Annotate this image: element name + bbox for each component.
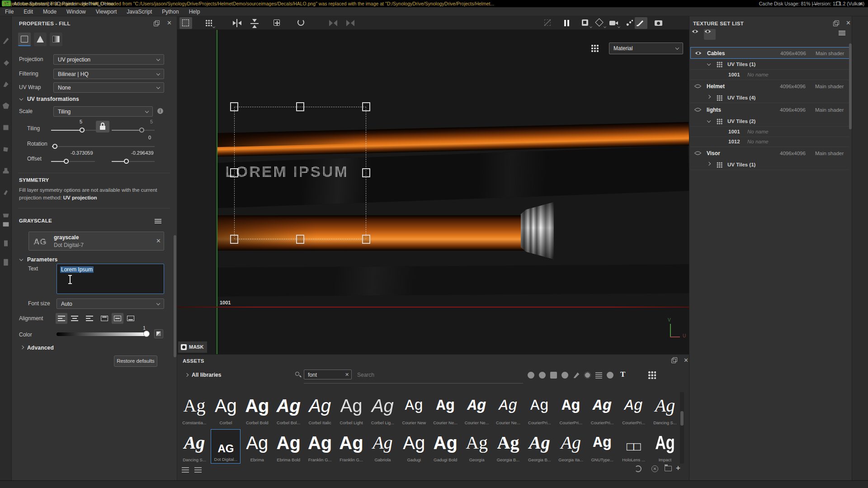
properties-tab-fill-gradient[interactable] — [50, 33, 62, 46]
uv-wrap-dropdown[interactable]: None — [53, 82, 164, 93]
align-left-button[interactable] — [56, 313, 67, 324]
solo-visibility-button[interactable] — [704, 29, 716, 40]
selection-handle[interactable] — [362, 235, 370, 244]
camera-projection-button[interactable] — [594, 17, 606, 29]
assets-new-folder-icon[interactable] — [665, 466, 672, 471]
symmetry-button[interactable] — [327, 17, 340, 29]
viewport[interactable]: LOREM IPSUM1001VUMASKMaterial — [177, 30, 689, 354]
font-tile[interactable]: AgCorbel Light — [336, 392, 366, 426]
font-tile[interactable]: AgCorbel Bold — [242, 392, 272, 426]
visibility-eye-icon[interactable] — [694, 107, 702, 112]
texture-set-row[interactable]: Cables4096x4096Main shader — [690, 47, 849, 59]
font-tile[interactable]: AgCourierPri... — [587, 392, 617, 426]
align-right-button[interactable] — [82, 313, 94, 324]
add-tile-button[interactable] — [271, 17, 284, 29]
search-tag-remove-icon[interactable]: ✕ — [345, 372, 349, 377]
valign-middle-button[interactable] — [112, 313, 123, 324]
uv-tiles-row[interactable]: UV Tiles (1) — [690, 60, 849, 69]
tiling-lock-button[interactable] — [96, 121, 109, 133]
font-tile[interactable]: AgCorbel Italic — [305, 392, 335, 426]
uv-tiles-chevron-icon[interactable] — [707, 162, 711, 166]
flip-vertical-button[interactable] — [249, 17, 261, 29]
font-tile[interactable]: AgCourier New — [399, 392, 429, 426]
selection-handle[interactable] — [230, 102, 238, 111]
font-tile[interactable]: AgGeorgia B... — [524, 429, 554, 464]
selection-handle[interactable] — [296, 102, 304, 111]
uv-tiles-row[interactable]: UV Tiles (2) — [690, 117, 849, 126]
paint-brush-button[interactable] — [635, 17, 647, 29]
rotation-slider[interactable] — [52, 146, 155, 147]
font-tile[interactable]: AgCourier Ne... — [462, 392, 492, 426]
properties-close-icon[interactable]: ✕ — [167, 20, 172, 26]
menu-file[interactable]: File — [0, 7, 19, 16]
scale-dropdown[interactable]: Tiling — [53, 106, 153, 117]
texture-panel-close-icon[interactable]: ✕ — [846, 20, 851, 26]
filter-font-icon[interactable]: T — [620, 370, 627, 378]
grayscale-menu-icon[interactable] — [155, 219, 161, 220]
pause-engine-button[interactable] — [561, 17, 573, 29]
screenshot-camera-button[interactable] — [653, 17, 665, 29]
selection-handle[interactable] — [362, 102, 370, 111]
properties-tab-fill-geometry[interactable] — [34, 33, 47, 46]
uv-tile-row[interactable]: 1001No name — [690, 71, 849, 80]
font-tile[interactable]: AgDancing S... — [650, 392, 680, 426]
uv-tiles-chevron-icon[interactable] — [707, 95, 711, 99]
marquee-select-button[interactable] — [179, 17, 192, 29]
font-tile[interactable]: AgFranklin G... — [305, 429, 335, 464]
font-tile[interactable]: AgGeorgia Ita... — [556, 429, 586, 464]
search-tag[interactable]: font✕ — [304, 370, 352, 379]
font-tile[interactable]: AgCorbel Bol... — [274, 392, 303, 426]
font-tile[interactable]: AgDancing S... — [179, 429, 209, 464]
font-tile[interactable]: AgCourierPri... — [556, 392, 586, 426]
menu-javascript[interactable]: JavaScript — [122, 7, 157, 16]
uv-tile-grid-button[interactable] — [203, 17, 216, 29]
font-tile[interactable]: AgGadugi — [399, 429, 429, 464]
uv-tiles-chevron-icon[interactable] — [707, 62, 711, 66]
restore-defaults-button[interactable]: Restore defaults — [114, 355, 157, 367]
font-tile[interactable]: □□HoloLens ... — [619, 429, 649, 464]
assets-scrollbar[interactable] — [680, 392, 684, 464]
texture-set-row[interactable]: Helmet4096x4096Main shader — [690, 81, 849, 92]
grayscale-swatch[interactable]: AGgrayscaleDot Digital-7✕ — [28, 232, 164, 251]
stencil-toggle-button[interactable] — [542, 17, 554, 29]
offset-x-slider-handle[interactable] — [64, 159, 69, 164]
projection-dropdown[interactable]: UV projection — [53, 54, 164, 65]
camera-view-button[interactable] — [608, 17, 620, 29]
font-size-dropdown[interactable]: Auto — [57, 298, 164, 309]
uv-tiles-row[interactable]: UV Tiles (4) — [690, 93, 849, 103]
filtering-dropdown[interactable]: Bilinear | HQ — [53, 69, 164, 79]
reset-transform-button[interactable] — [296, 17, 308, 29]
assets-add-icon[interactable]: + — [676, 464, 683, 473]
advanced-chevron-icon[interactable] — [20, 346, 24, 349]
libraries-chevron-icon[interactable] — [185, 373, 189, 377]
properties-maximize-icon[interactable] — [154, 22, 158, 26]
align-center-button[interactable] — [69, 313, 80, 324]
menu-help[interactable]: Help — [184, 7, 205, 16]
offset-y-slider[interactable] — [112, 161, 155, 162]
selection-handle[interactable] — [230, 235, 238, 244]
display-mode-button[interactable] — [580, 17, 592, 29]
font-tile[interactable]: AgCourier Ne... — [493, 392, 523, 426]
uv-tile-row[interactable]: 1012No name — [690, 137, 849, 147]
filter-filter-icon[interactable] — [561, 372, 568, 379]
valign-bottom-button[interactable] — [125, 313, 137, 324]
toggle-all-visibility-button[interactable] — [691, 29, 703, 40]
material-dropdown[interactable]: Material — [609, 43, 683, 54]
font-tile[interactable]: AgCourier Ne... — [430, 392, 460, 426]
texture-set-row[interactable]: lights4096x4096Main shader — [690, 104, 849, 116]
properties-scrollbar[interactable] — [174, 235, 176, 357]
font-tile[interactable]: AgFranklin G... — [336, 429, 366, 464]
assets-clear-icon[interactable]: ✕ — [651, 465, 658, 472]
filter-brush-icon[interactable] — [573, 372, 580, 379]
grid-view-icon[interactable] — [648, 371, 656, 379]
tiling-linked-slider[interactable] — [112, 130, 155, 131]
font-tile[interactable]: AgGeorgia B... — [493, 429, 523, 464]
font-tile[interactable]: AgImpact — [650, 429, 680, 464]
filter-environment-icon[interactable] — [607, 372, 613, 379]
asset-list-icon[interactable] — [182, 467, 189, 473]
font-tile[interactable]: AgGNUType... — [587, 429, 617, 464]
menu-edit[interactable]: Edit — [19, 7, 38, 16]
font-tile[interactable]: AGDot Digital... — [211, 429, 241, 464]
rotation-slider-handle[interactable] — [52, 144, 57, 149]
filter-smart-mask-icon[interactable] — [550, 372, 557, 379]
